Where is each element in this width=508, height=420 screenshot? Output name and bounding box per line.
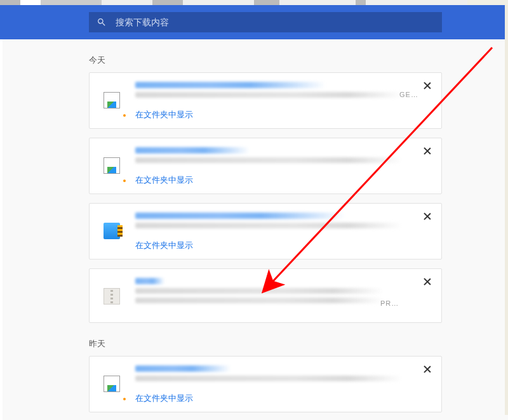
browser-tab-strip-hint [0,0,508,5]
download-title[interactable] [135,82,326,88]
download-item: GE…在文件夹中显示 [89,72,442,129]
download-title[interactable] [135,278,164,284]
download-item: 在文件夹中显示 [89,138,442,194]
download-url [135,157,402,163]
right-edge [505,5,508,415]
downloads-page: 今天GE…在文件夹中显示在文件夹中显示在文件夹中显示PR…昨天在文件夹中显示 [0,39,505,420]
left-edge [0,39,3,420]
image-file-icon [104,92,120,108]
show-in-folder-link[interactable]: 在文件夹中显示 [135,240,193,251]
remove-download-button[interactable] [422,146,432,156]
download-item: 在文件夹中显示 [89,356,442,412]
search-icon [97,17,107,27]
section-label: 今天 [89,55,505,66]
section-label: 昨天 [89,338,505,350]
download-url [135,223,402,228]
download-url [135,376,402,381]
image-file-icon [104,376,120,392]
search-input[interactable] [116,17,434,27]
archive-icon [104,288,120,305]
downloads-header [0,5,505,39]
search-box[interactable] [89,12,442,32]
download-item: PR… [89,268,442,323]
show-in-folder-link[interactable]: 在文件夹中显示 [135,393,193,404]
image-file-icon [104,157,120,174]
remove-download-button[interactable] [422,81,432,91]
download-url-line2 [135,298,383,303]
download-url-suffix: GE… [399,91,418,98]
download-url [135,92,402,98]
remove-download-button[interactable] [422,364,432,374]
zip-icon [104,223,120,239]
remove-download-button[interactable] [422,277,432,287]
download-title[interactable] [135,147,250,154]
download-title[interactable] [135,365,231,372]
remove-download-button[interactable] [422,211,432,221]
download-url-suffix: PR… [380,299,399,307]
show-in-folder-link[interactable]: 在文件夹中显示 [135,109,193,121]
download-url [135,288,383,294]
download-item: 在文件夹中显示 [89,203,442,259]
show-in-folder-link[interactable]: 在文件夹中显示 [135,174,193,186]
download-title[interactable] [135,213,345,219]
